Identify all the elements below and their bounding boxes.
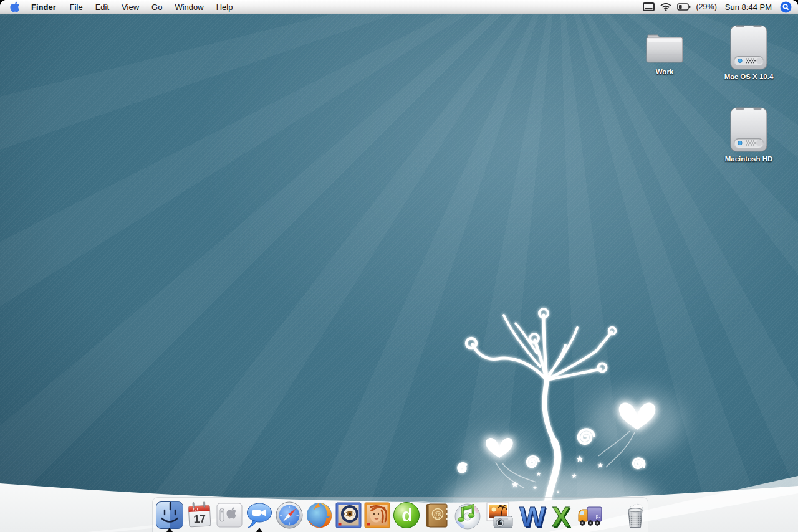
hard-drive-icon (719, 24, 779, 71)
menu-finder[interactable]: Finder (24, 1, 64, 14)
finder-icon (155, 501, 184, 530)
running-indicator (256, 528, 262, 532)
dock-item-safari[interactable] (275, 501, 304, 530)
svg-text:p.: p. (595, 513, 600, 519)
menu-help[interactable]: Help (210, 1, 239, 14)
dock-item-ical[interactable]: JUL 17 (185, 501, 214, 530)
iphoto-icon (484, 501, 514, 530)
dock-item-excel[interactable]: X X (548, 501, 574, 530)
illustrator-icon (363, 501, 391, 530)
menu-view[interactable]: View (115, 1, 145, 14)
menu-file[interactable]: File (64, 1, 89, 14)
desktop-icon-label: Mac OS X 10.4 (719, 73, 779, 80)
address-book-icon: @ (422, 501, 451, 530)
word-icon: W W (516, 501, 547, 530)
apple-logo-icon (9, 1, 20, 12)
dreamweaver-icon: d (392, 501, 421, 530)
dock-item-iphoto[interactable] (484, 501, 514, 530)
dock-item-finder[interactable] (155, 501, 184, 530)
displays-icon[interactable] (643, 2, 655, 11)
dock-item-front-row[interactable] (215, 501, 244, 530)
transmit-icon: p. (575, 501, 604, 530)
dock-item-transmit[interactable]: p. (575, 501, 604, 530)
desktop-icon-work[interactable]: Work (635, 27, 695, 75)
screen-corner (0, 0, 6, 6)
dock-item-photoshop[interactable] (335, 501, 362, 530)
photoshop-icon (335, 501, 362, 530)
itunes-icon (452, 501, 483, 530)
menu-bar: Finder File Edit View Go Window Help (29… (0, 0, 798, 14)
ichat-icon (245, 501, 274, 530)
desktop-icon-label: Work (635, 68, 695, 75)
dock-item-itunes[interactable] (452, 501, 483, 530)
dock-item-ichat[interactable] (245, 501, 274, 530)
hard-drive-icon (719, 106, 779, 153)
menu-go[interactable]: Go (145, 1, 168, 14)
dock-item-illustrator[interactable] (363, 501, 391, 530)
running-indicator (166, 528, 173, 532)
dock-item-trash[interactable] (621, 501, 650, 530)
dock-item-dreamweaver[interactable]: d (392, 501, 421, 530)
wallpaper-art (0, 0, 798, 532)
apple-menu[interactable] (5, 1, 24, 12)
menu-edit[interactable]: Edit (89, 1, 115, 14)
desktop-icon-macintosh-hd[interactable]: Macintosh HD (719, 106, 779, 163)
firefox-icon (305, 501, 334, 530)
screen-corner (792, 0, 798, 6)
svg-text:@: @ (434, 510, 442, 519)
folder-icon (635, 27, 695, 66)
dock: JUL 17 (155, 496, 650, 532)
svg-text:17: 17 (193, 512, 206, 525)
desktop-icon-label: Macintosh HD (719, 155, 779, 163)
excel-icon: X X (548, 501, 574, 530)
safari-icon (275, 501, 304, 530)
trash-full-icon (621, 501, 650, 530)
battery-percent: (29%) (696, 2, 717, 11)
svg-text:X: X (552, 501, 570, 530)
wifi-icon[interactable] (660, 3, 671, 11)
battery-icon[interactable] (677, 3, 691, 11)
svg-text:d: d (401, 505, 413, 525)
spotlight-icon[interactable] (780, 1, 792, 13)
dock-item-word[interactable]: W W (516, 501, 547, 530)
dock-item-firefox[interactable] (305, 501, 334, 530)
menu-window[interactable]: Window (168, 1, 209, 14)
dock-item-address-book[interactable]: @ (422, 501, 451, 530)
ical-icon: JUL 17 (185, 501, 214, 530)
desktop-icon-macosx[interactable]: Mac OS X 10.4 (719, 24, 779, 80)
menu-clock[interactable]: Sun 8:44 PM (723, 2, 774, 12)
svg-text:W: W (519, 501, 546, 530)
front-row-icon (215, 501, 244, 530)
